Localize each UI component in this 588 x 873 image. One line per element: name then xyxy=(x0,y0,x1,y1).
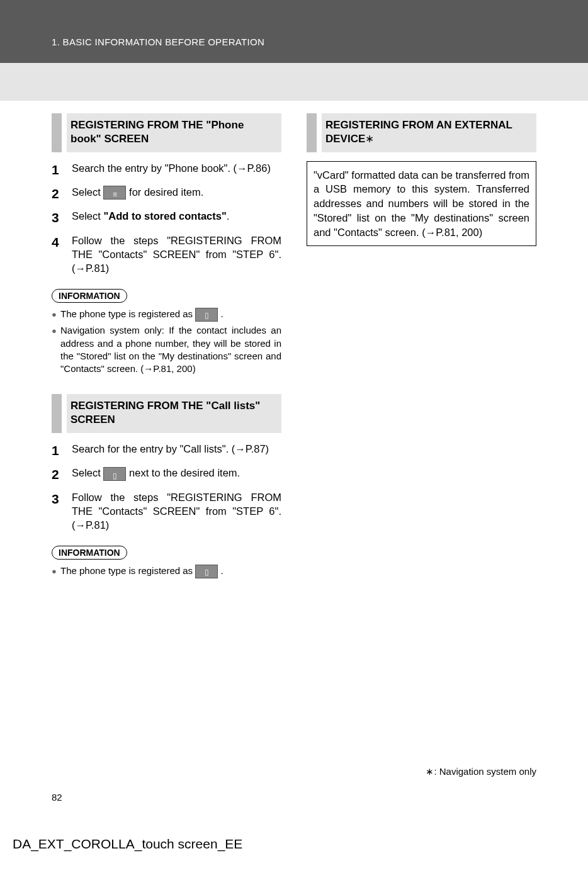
step-body: Follow the steps "REGISTERING FROM THE "… xyxy=(72,234,281,276)
spacer xyxy=(52,378,281,394)
page-header: 1. BASIC INFORMATION BEFORE OPERATION xyxy=(0,0,588,63)
header-spacer xyxy=(0,63,588,101)
step-text: Select xyxy=(72,186,103,198)
bullet-icon: ● xyxy=(52,308,60,322)
info-bullet: ● The phone type is registered as ▯ . xyxy=(52,565,281,578)
step-number: 3 xyxy=(52,209,72,227)
footnote: ∗: Navigation system only xyxy=(426,766,536,777)
step-number: 1 xyxy=(52,442,72,459)
breadcrumb: 1. BASIC INFORMATION BEFORE OPERATION xyxy=(52,37,264,47)
bullet-body: The phone type is registered as ▯ . xyxy=(60,308,281,322)
step-number: 4 xyxy=(52,234,72,276)
section-heading-calllists: REGISTERING FROM THE "Call lists" SCREEN xyxy=(52,394,281,433)
step-number: 1 xyxy=(52,161,72,179)
bullet-icon: ● xyxy=(52,565,60,578)
phone-type-icon: ▯ xyxy=(195,565,218,578)
step-body: Follow the steps "REGISTERING FROM THE "… xyxy=(72,490,281,532)
step-text: . xyxy=(227,210,230,222)
detail-icon: ▯ xyxy=(103,467,126,481)
section-heading-external: REGISTERING FROM AN EXTERNAL DEVICE∗ xyxy=(307,113,536,152)
step-body: Search the entry by "Phone book". (→P.86… xyxy=(72,161,281,179)
page-number: 82 xyxy=(52,792,62,803)
bullet-text: The phone type is registered as xyxy=(60,308,195,319)
step-row: 1 Search for the entry by "Call lists". … xyxy=(52,442,281,459)
columns: REGISTERING FROM THE "Phone book" SCREEN… xyxy=(52,101,536,581)
bullet-body: The phone type is registered as ▯ . xyxy=(60,565,281,578)
step-row: 1 Search the entry by "Phone book". (→P.… xyxy=(52,161,281,179)
section-heading-phonebook: REGISTERING FROM THE "Phone book" SCREEN xyxy=(52,113,281,152)
heading-accent-bar xyxy=(52,394,62,433)
page-content: REGISTERING FROM THE "Phone book" SCREEN… xyxy=(0,101,588,581)
step-row: 3 Follow the steps "REGISTERING FROM THE… xyxy=(52,490,281,532)
options-icon: ≡ xyxy=(103,186,126,200)
phone-type-icon: ▯ xyxy=(195,308,218,322)
right-column: REGISTERING FROM AN EXTERNAL DEVICE∗ "vC… xyxy=(307,113,536,581)
bullet-text: . xyxy=(220,308,223,319)
bullet-icon: ● xyxy=(52,324,60,375)
bullet-text: . xyxy=(220,565,223,576)
heading-text: REGISTERING FROM THE "Phone book" SCREEN xyxy=(67,113,281,152)
footer-filename: DA_EXT_COROLLA_touch screen_EE xyxy=(13,836,242,852)
heading-text: REGISTERING FROM THE "Call lists" SCREEN xyxy=(67,394,281,433)
step-number: 3 xyxy=(52,490,72,532)
heading-asterisk: ∗ xyxy=(365,133,374,145)
step-body: Search for the entry by "Call lists". (→… xyxy=(72,442,281,459)
left-column: REGISTERING FROM THE "Phone book" SCREEN… xyxy=(52,113,281,581)
step-number: 2 xyxy=(52,466,72,483)
heading-text: REGISTERING FROM AN EXTERNAL DEVICE∗ xyxy=(322,113,536,152)
step-number: 2 xyxy=(52,185,72,203)
heading-text-main: REGISTERING FROM AN EXTERNAL DEVICE xyxy=(325,119,512,145)
step-text-bold: "Add to stored contacts" xyxy=(103,210,226,222)
info-bullet: ● The phone type is registered as ▯ . xyxy=(52,308,281,322)
information-badge: INFORMATION xyxy=(52,289,127,303)
step-row: 2 Select ≡ for desired item. xyxy=(52,185,281,203)
step-text: for desired item. xyxy=(129,186,203,198)
step-body: Select "Add to stored contacts". xyxy=(72,209,281,227)
heading-accent-bar xyxy=(307,113,317,152)
step-body: Select ▯ next to the desired item. xyxy=(72,466,281,483)
info-box: "vCard" formatted data can be transferre… xyxy=(307,161,536,247)
step-row: 4 Follow the steps "REGISTERING FROM THE… xyxy=(52,234,281,276)
step-text: next to the desired item. xyxy=(129,467,240,478)
bullet-body: Navigation system only: If the contact i… xyxy=(60,324,281,375)
bullet-text: The phone type is registered as xyxy=(60,565,195,576)
info-bullet: ● Navigation system only: If the contact… xyxy=(52,324,281,375)
step-text: Select xyxy=(72,467,103,478)
step-text: Select xyxy=(72,210,103,222)
heading-accent-bar xyxy=(52,113,62,152)
step-body: Select ≡ for desired item. xyxy=(72,185,281,203)
step-row: 3 Select "Add to stored contacts". xyxy=(52,209,281,227)
step-row: 2 Select ▯ next to the desired item. xyxy=(52,466,281,483)
information-badge: INFORMATION xyxy=(52,546,127,560)
